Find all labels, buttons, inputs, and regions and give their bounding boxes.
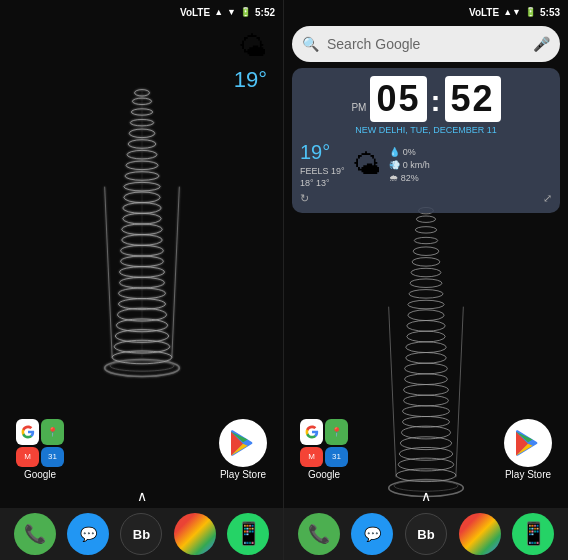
svg-point-57 <box>416 216 435 222</box>
nav-handle-2[interactable]: ∧ <box>421 488 431 504</box>
clock-minute: 52 <box>445 76 501 122</box>
screen-2: VoLTE ▲▼ 🔋 5:53 🔍 Search Google 🎤 PM 05 … <box>284 0 568 560</box>
playstore-app-group-2[interactable]: Play Store <box>504 419 552 480</box>
svg-line-29 <box>171 187 178 358</box>
messages-dock-icon-1[interactable]: 💬 <box>67 513 109 555</box>
bottom-dock-1: 📞 💬 Bb 📱 <box>0 508 283 560</box>
svg-point-48 <box>408 310 444 321</box>
phone-dock-icon-2[interactable]: 📞 <box>298 513 340 555</box>
playstore-icon-2 <box>504 419 552 467</box>
weather-widget-1: 🌤 19° <box>234 30 267 93</box>
maps-icon-2: 📍 <box>325 419 348 445</box>
weather-left: 19° FEELS 19° 18° 13° <box>300 141 345 188</box>
weather-range: 18° 13° <box>300 178 345 188</box>
app-row-1: 📍 M 31 Google Play Store <box>0 419 283 480</box>
mic-icon[interactable]: 🎤 <box>533 36 550 52</box>
svg-point-42 <box>405 374 448 385</box>
whatsapp-dock-icon-2[interactable]: 📱 <box>512 513 554 555</box>
svg-point-55 <box>414 237 437 243</box>
humidity-icon: 💧 <box>389 147 400 157</box>
clock-ampm: PM <box>351 102 366 113</box>
clock-display: PM 05 : 52 <box>300 76 552 123</box>
sculpture-1 <box>82 80 202 400</box>
google-app-group-1[interactable]: 📍 M 31 Google <box>16 419 64 480</box>
svg-point-40 <box>404 395 449 406</box>
weather-details: 19° FEELS 19° 18° 13° 🌤 💧 0% 💨 0 km/h 🌧 … <box>300 141 552 188</box>
clock-colon: : <box>431 84 441 118</box>
signal-icon-2: ▲▼ <box>503 7 521 17</box>
google-label-1: Google <box>24 469 56 480</box>
wifi-icon-1: ▼ <box>227 7 236 17</box>
calendar-icon-1: 31 <box>41 447 64 468</box>
svg-point-44 <box>406 353 447 364</box>
svg-point-0 <box>104 359 179 376</box>
google-label-2: Google <box>308 469 340 480</box>
bobble-dock-icon-1[interactable]: Bb <box>120 513 162 555</box>
carrier-1: VoLTE <box>180 7 210 18</box>
weather-icon-1: 🌤 <box>239 30 267 63</box>
signal-icon-1: ▲ <box>214 7 223 17</box>
maps-icon-1: 📍 <box>41 419 64 445</box>
chrome-dock-icon-2[interactable] <box>459 513 501 555</box>
clock-weather-widget: PM 05 : 52 NEW DELHI, TUE, DECEMBER 11 1… <box>292 68 560 213</box>
time-1: 5:52 <box>255 7 275 18</box>
time-2: 5:53 <box>540 7 560 18</box>
search-icon: 🔍 <box>302 36 319 52</box>
chrome-dock-icon-1[interactable] <box>174 513 216 555</box>
google-icon-2 <box>300 419 323 445</box>
svg-point-49 <box>408 300 444 309</box>
svg-point-56 <box>415 227 436 233</box>
svg-point-1 <box>110 361 174 372</box>
carrier-2: VoLTE <box>469 7 499 18</box>
temperature-1: 19° <box>234 67 267 93</box>
svg-point-46 <box>407 331 445 342</box>
google-app-group-2[interactable]: 📍 M 31 Google <box>300 419 348 480</box>
app-row-2: 📍 M 31 Google Play Store <box>284 419 568 480</box>
search-placeholder: Search Google <box>327 36 525 52</box>
status-bar-1: VoLTE ▲ ▼ 🔋 5:52 <box>0 0 283 24</box>
bottom-dock-2: 📞 💬 Bb 📱 <box>284 508 568 560</box>
gmail-icon-2: M <box>300 447 323 468</box>
nav-handle-1[interactable]: ∧ <box>137 488 147 504</box>
bobble-dock-icon-2[interactable]: Bb <box>405 513 447 555</box>
svg-line-28 <box>104 187 111 358</box>
rain-stat: 🌧 82% <box>389 173 430 183</box>
svg-point-41 <box>404 385 449 396</box>
svg-point-51 <box>410 279 442 288</box>
gmail-icon-1: M <box>16 447 39 468</box>
expand-btn[interactable]: ⤢ <box>543 192 552 205</box>
screen-1: VoLTE ▲ ▼ 🔋 5:52 🌤 19° <box>0 0 284 560</box>
wind-icon: 💨 <box>389 160 400 170</box>
svg-point-52 <box>411 268 441 277</box>
svg-point-45 <box>406 342 447 353</box>
svg-point-43 <box>405 363 448 374</box>
whatsapp-dock-icon-1[interactable]: 📱 <box>227 513 269 555</box>
google-cluster-1: 📍 M 31 <box>16 419 64 467</box>
weather-icon-2: 🌤 <box>353 141 381 188</box>
battery-icon-2: 🔋 <box>525 7 536 17</box>
status-bar-2: VoLTE ▲▼ 🔋 5:53 <box>284 0 568 24</box>
svg-point-39 <box>403 406 450 417</box>
google-cluster-2: 📍 M 31 <box>300 419 348 467</box>
humidity-stat: 💧 0% <box>389 147 430 157</box>
widget-controls: ↻ ⤢ <box>300 192 552 205</box>
clock-location: NEW DELHI, TUE, DECEMBER 11 <box>300 125 552 135</box>
weather-stats: 💧 0% 💨 0 km/h 🌧 82% <box>389 141 430 188</box>
wind-stat: 💨 0 km/h <box>389 160 430 170</box>
messages-dock-icon-2[interactable]: 💬 <box>351 513 393 555</box>
weather-temp: 19° <box>300 141 345 164</box>
battery-icon-1: 🔋 <box>240 7 251 17</box>
search-bar[interactable]: 🔍 Search Google 🎤 <box>292 26 560 62</box>
google-icon-1 <box>16 419 39 445</box>
refresh-btn[interactable]: ↻ <box>300 192 309 205</box>
clock-hour: 05 <box>370 76 426 122</box>
weather-feels: FEELS 19° <box>300 166 345 176</box>
svg-point-47 <box>407 321 445 332</box>
playstore-label-1: Play Store <box>220 469 266 480</box>
phone-dock-icon-1[interactable]: 📞 <box>14 513 56 555</box>
playstore-label-2: Play Store <box>505 469 551 480</box>
svg-point-54 <box>413 247 439 256</box>
playstore-app-group-1[interactable]: Play Store <box>219 419 267 480</box>
playstore-icon-1 <box>219 419 267 467</box>
rain-icon: 🌧 <box>389 173 398 183</box>
